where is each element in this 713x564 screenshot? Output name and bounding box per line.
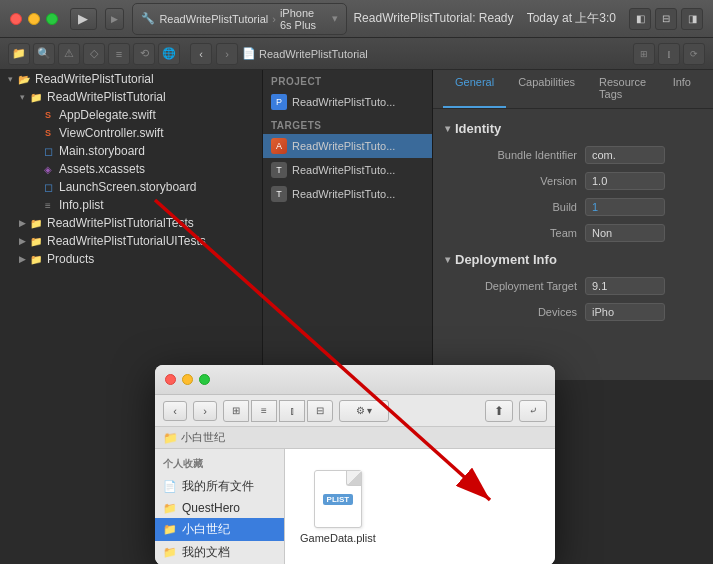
folder-icon: 📁: [28, 252, 44, 266]
target-label-2: ReadWritePlistTuto...: [292, 188, 395, 200]
finder-close-btn[interactable]: [165, 374, 176, 385]
storyboard-icon: ◻: [40, 180, 56, 194]
nav-main-storyboard[interactable]: ▶ ◻ Main.storyboard: [0, 142, 262, 160]
asset-icon: ◈: [40, 162, 56, 176]
nav-test-btn[interactable]: ◇: [83, 43, 105, 65]
team-value[interactable]: Non: [585, 224, 665, 242]
sidebar-item-label: 小白世纪: [182, 521, 230, 538]
project-item-icon: P: [271, 94, 287, 110]
assistant-editor-btn[interactable]: ⫿: [658, 43, 680, 65]
editor-view-btn[interactable]: ⊞: [633, 43, 655, 65]
nav-info-plist[interactable]: ▶ ≡ Info.plist: [0, 196, 262, 214]
file-item-gamedata[interactable]: PLIST GameData.plist: [300, 470, 376, 544]
file-name: GameData.plist: [300, 532, 376, 544]
project-item[interactable]: P ReadWritePlistTuto...: [263, 90, 432, 114]
devices-label: Devices: [445, 306, 585, 318]
section-triangle: ▾: [445, 254, 450, 265]
doc-icon: 📄: [242, 47, 256, 60]
tab-resource-tags[interactable]: Resource Tags: [587, 70, 661, 108]
finder-max-btn[interactable]: [199, 374, 210, 385]
project-section-label: PROJECT: [263, 70, 432, 90]
finder-column-view-btn[interactable]: ⫿: [279, 400, 305, 422]
maximize-button[interactable]: [46, 13, 58, 25]
traffic-lights: [10, 13, 58, 25]
devices-value[interactable]: iPho: [585, 303, 665, 321]
navigator-toggle[interactable]: ◧: [629, 8, 651, 30]
nav-item-label: Main.storyboard: [59, 144, 145, 158]
time-text: Today at 上午3:0: [527, 11, 616, 25]
deployment-target-label: Deployment Target: [445, 280, 585, 292]
finder-icon-view-btn[interactable]: ⊞: [223, 400, 249, 422]
scheme-name: ReadWritePlistTutorial: [159, 13, 268, 25]
breadcrumb-folder-icon: 📁: [163, 431, 178, 445]
nav-project[interactable]: ▾ 📁 ReadWritePlistTutorial: [0, 88, 262, 106]
finder-share-btn[interactable]: ⬆: [485, 400, 513, 422]
version-editor-btn[interactable]: ⟳: [683, 43, 705, 65]
nav-item-label: Products: [47, 252, 94, 266]
stop-button[interactable]: ▶: [105, 8, 125, 30]
nav-ui-tests[interactable]: ▶ 📁 ReadWritePlistTutorialUITests: [0, 232, 262, 250]
run-button[interactable]: ▶: [70, 8, 97, 30]
breadcrumb-label: 小白世纪: [181, 430, 225, 445]
editor-back-btn[interactable]: ‹: [190, 43, 212, 65]
finder-breadcrumb: 📁 小白世纪: [155, 427, 555, 449]
nav-search-btn[interactable]: 🔍: [33, 43, 55, 65]
nav-root[interactable]: ▾ 📂 ReadWritePlistTutorial: [0, 70, 262, 88]
scheme-selector[interactable]: 🔧 ReadWritePlistTutorial › iPhone 6s Plu…: [132, 3, 346, 35]
sidebar-item-xiaobai[interactable]: 📁 小白世纪: [155, 518, 284, 541]
target-icon-0: A: [271, 138, 287, 154]
finder-list-view-btn[interactable]: ≡: [251, 400, 277, 422]
finder-path-btn[interactable]: ⤶: [519, 400, 547, 422]
nav-warning-btn[interactable]: ⚠: [58, 43, 80, 65]
minimize-button[interactable]: [28, 13, 40, 25]
expand-arrow: ▶: [16, 236, 28, 246]
bundle-id-value[interactable]: com.: [585, 146, 665, 164]
finder-min-btn[interactable]: [182, 374, 193, 385]
project-item-label: ReadWritePlistTuto...: [292, 96, 395, 108]
target-icon-1: T: [271, 162, 287, 178]
nav-loc-btn[interactable]: 🌐: [158, 43, 180, 65]
all-files-icon: 📄: [163, 480, 177, 493]
nav-products[interactable]: ▶ 📁 Products: [0, 250, 262, 268]
nav-tests[interactable]: ▶ 📁 ReadWritePlistTutorialTests: [0, 214, 262, 232]
folder-icon: 📁: [163, 523, 177, 536]
tab-general[interactable]: General: [443, 70, 506, 108]
no-arrow: ▶: [28, 164, 40, 174]
finder-coverflow-view-btn[interactable]: ⊟: [307, 400, 333, 422]
sidebar-item-questhero[interactable]: 📁 QuestHero: [155, 498, 284, 518]
xcode-window: ▶ ▶ 🔧 ReadWritePlistTutorial › iPhone 6s…: [0, 0, 713, 380]
nav-assets[interactable]: ▶ ◈ Assets.xcassets: [0, 160, 262, 178]
version-value[interactable]: 1.0: [585, 172, 665, 190]
swift-icon: S: [40, 108, 56, 122]
team-row: Team Non: [445, 224, 701, 242]
build-value[interactable]: 1: [585, 198, 665, 216]
nav-launchscreen[interactable]: ▶ ◻ LaunchScreen.storyboard: [0, 178, 262, 196]
target-item-0[interactable]: A ReadWritePlistTuto...: [263, 134, 432, 158]
target-item-1[interactable]: T ReadWritePlistTuto...: [263, 158, 432, 182]
tab-info[interactable]: Info: [661, 70, 703, 108]
finder-action-btn[interactable]: ⚙ ▾: [339, 400, 389, 422]
nav-appdelegate[interactable]: ▶ S AppDelegate.swift: [0, 106, 262, 124]
inspector-toggle[interactable]: ◨: [681, 8, 703, 30]
deployment-target-value[interactable]: 9.1: [585, 277, 665, 295]
settings-area: General Capabilities Resource Tags Info …: [433, 70, 713, 380]
build-label: Build: [445, 201, 585, 213]
right-panel: PROJECT P ReadWritePlistTuto... TARGETS …: [263, 70, 713, 380]
swift-icon: S: [40, 126, 56, 140]
debug-toggle[interactable]: ⊟: [655, 8, 677, 30]
nav-debug-btn[interactable]: ≡: [108, 43, 130, 65]
finder-back-btn[interactable]: ‹: [163, 401, 187, 421]
close-button[interactable]: [10, 13, 22, 25]
finder-forward-btn[interactable]: ›: [193, 401, 217, 421]
sidebar-item-documents[interactable]: 📁 我的文档: [155, 541, 284, 564]
sidebar-item-all[interactable]: 📄 我的所有文件: [155, 475, 284, 498]
nav-viewcontroller[interactable]: ▶ S ViewController.swift: [0, 124, 262, 142]
tab-capabilities[interactable]: Capabilities: [506, 70, 587, 108]
settings-tabs: General Capabilities Resource Tags Info: [433, 70, 713, 109]
editor-forward-btn[interactable]: ›: [216, 43, 238, 65]
nav-folder-btn[interactable]: 📁: [8, 43, 30, 65]
expand-arrow: ▶: [16, 254, 28, 264]
nav-scm-btn[interactable]: ⟲: [133, 43, 155, 65]
xctest-icon: 📁: [28, 234, 44, 248]
target-item-2[interactable]: T ReadWritePlistTuto...: [263, 182, 432, 206]
